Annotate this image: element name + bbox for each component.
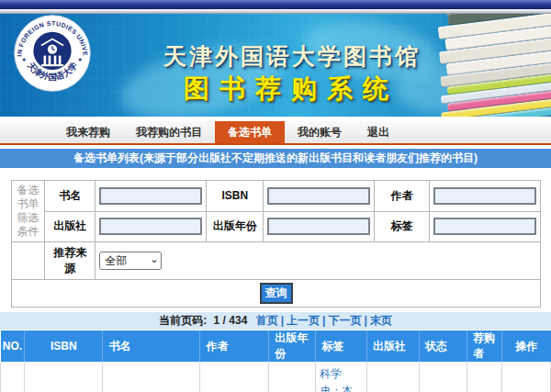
author-label: 作者 (375, 181, 430, 212)
col-header-no: NO. (1, 330, 25, 362)
cell-no: 13186 (1, 362, 25, 392)
filter-group-label: 备选书单筛选条件 (12, 181, 45, 242)
isbn-input[interactable] (267, 187, 370, 205)
nav-item-my-account[interactable]: 我的账号 (285, 121, 354, 143)
col-header-recommender: 荐购者 (467, 330, 501, 362)
system-name-title: 图书荐购系统 (184, 72, 399, 106)
section-header: 备选书单列表(来源于部分出版社不定期推送的新出版书目和读者朋友们推荐的书目) (0, 149, 551, 168)
book-title-input[interactable] (99, 187, 202, 205)
pub-year-input[interactable] (267, 218, 370, 235)
last-page-link[interactable]: 末页 (370, 314, 392, 327)
banner: TIANJIN FOREIGN STUDIES UNIVERSITY ★ ★ 天… (0, 14, 551, 117)
cell-tag: 科学史；本书共8本，已翻译了4-5本，建议把所有翻译的版本都买了，谢谢. (320, 367, 363, 392)
col-header-tag: 标签 (316, 330, 367, 362)
nav-item-logout[interactable]: 退出 (354, 121, 402, 143)
tag-input[interactable] (433, 218, 536, 235)
col-header-action: 操作 (502, 330, 551, 362)
cell-pub-year: 2010-03-01 (269, 362, 316, 392)
isbn-label: ISBN (207, 181, 264, 212)
author-input[interactable] (433, 187, 536, 205)
col-header-status: 状态 (419, 330, 467, 362)
book-title-label: 书名 (44, 181, 95, 212)
pagination-bar: 当前页码: 1 / 434 首页|上一页|下一页|末页 (0, 312, 551, 330)
col-header-title: 书名 (103, 330, 200, 362)
university-logo-icon: TIANJIN FOREIGN STUDIES UNIVERSITY ★ ★ 天… (13, 14, 92, 93)
next-page-link[interactable]: 下一页 (328, 314, 361, 327)
library-name-title: 天津外国语大学图书馆 (163, 41, 421, 72)
cell-status (419, 362, 467, 392)
prev-page-link[interactable]: 上一页 (287, 314, 320, 327)
results-table: NO. ISBN 书名 作者 出版年份 标签 出版社 状态 荐购者 操作 131… (0, 330, 551, 392)
pagination-separator: | (322, 314, 325, 327)
col-header-isbn: ISBN (25, 330, 103, 362)
nav-item-my-recommended-books[interactable]: 我荐购的书目 (123, 121, 215, 143)
svg-text:★: ★ (21, 57, 26, 62)
pagination-label: 当前页码: (159, 314, 207, 327)
empty-cell (12, 242, 45, 280)
pagination-separator: | (364, 314, 366, 327)
col-header-pub-year: 出版年份 (269, 330, 316, 362)
col-header-publisher: 出版社 (366, 330, 419, 362)
first-page-link[interactable]: 首页 (256, 314, 278, 327)
cell-isbn: 9787534757488 (25, 362, 103, 392)
main-nav: 我来荐购 我荐购的书目 备选书单 我的账号 退出 (0, 121, 551, 143)
pub-year-label: 出版年份 (207, 211, 264, 242)
cell-recommender (467, 362, 501, 392)
source-select-value: 全部 (105, 253, 127, 269)
pagination-pages: 1 / 434 (214, 314, 248, 327)
publisher-input[interactable] (99, 218, 202, 235)
pagination-separator: | (281, 314, 284, 327)
table-header-row: NO. ISBN 书名 作者 出版年份 标签 出版社 状态 荐购者 操作 (1, 330, 551, 362)
tag-label: 标签 (375, 211, 430, 242)
source-label: 推荐来源 (44, 242, 95, 280)
svg-text:★: ★ (78, 57, 83, 62)
nav-item-recommend[interactable]: 我来荐购 (53, 121, 123, 143)
chevron-down-icon: ⌄ (150, 254, 158, 264)
top-navy-bar (0, 0, 551, 9)
col-header-author: 作者 (200, 330, 269, 362)
source-select[interactable]: 全部 ⌄ (99, 252, 162, 270)
table-row: 13186 9787534757488 剑桥科学史 （全8册） (美)波特 主编… (1, 362, 551, 392)
filter-form: 备选书单筛选条件 书名 ISBN 作者 出版社 出版年份 标签 推荐来源 全部 … (11, 180, 541, 308)
search-button[interactable]: 查询 (260, 283, 293, 304)
book-stack-image (427, 14, 551, 117)
publisher-label: 出版社 (44, 211, 95, 242)
nav-item-candidate-list[interactable]: 备选书单 (215, 121, 285, 143)
